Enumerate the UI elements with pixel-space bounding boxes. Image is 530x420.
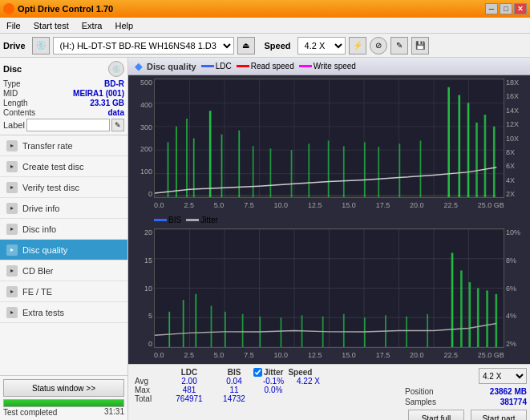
- menu-help[interactable]: Help: [111, 20, 136, 31]
- samples-value: 381774: [500, 398, 527, 406]
- start-full-button[interactable]: Start full: [408, 410, 464, 420]
- chart1-y-left: 500 400 300 200 100 0: [131, 79, 154, 198]
- svg-rect-30: [399, 143, 401, 197]
- svg-rect-23: [270, 148, 272, 197]
- disc-type-row: Type BD-R: [3, 79, 124, 88]
- dq-icon: ◆: [135, 61, 142, 72]
- svg-rect-35: [475, 123, 478, 197]
- chart2-x-labels: 0.0 2.5 5.0 7.5 10.0 12.5 15.0 17.5 20.0…: [131, 351, 527, 361]
- sidebar-item-label-fe-te: FE / TE: [22, 287, 52, 297]
- disc-label-edit-button[interactable]: ✎: [111, 119, 124, 131]
- jitter-checkbox[interactable]: [253, 368, 262, 377]
- disc-length-value: 23.31 GB: [90, 99, 124, 107]
- disc-label-row: Label ✎: [3, 119, 124, 131]
- disc-mid-value: MEIRA1 (001): [73, 89, 124, 98]
- sidebar-item-extra-tests[interactable]: ▸Extra tests: [0, 302, 127, 323]
- main-layout: Disc 💿 Type BD-R MID MEIRA1 (001) Length…: [0, 58, 530, 420]
- disc-contents-label: Contents: [3, 108, 35, 117]
- disc-quality-header: ◆ Disc quality LDC Read speed Write spee…: [128, 58, 530, 75]
- position-row: Position 23862 MB: [405, 387, 527, 396]
- avg-jitter-speed: -0.1% 4.22 X: [253, 377, 326, 386]
- drive-icon: 💿: [32, 37, 50, 55]
- menu-file[interactable]: File: [3, 20, 24, 31]
- disc-icon: 💿: [108, 61, 124, 77]
- status-window-button[interactable]: Status window >>: [3, 379, 124, 397]
- svg-rect-15: [168, 142, 169, 197]
- sidebar-item-label-extra-tests: Extra tests: [22, 308, 64, 317]
- sidebar: Disc 💿 Type BD-R MID MEIRA1 (001) Length…: [0, 58, 128, 420]
- samples-label: Samples: [405, 398, 436, 406]
- svg-rect-27: [343, 146, 345, 197]
- drive-select[interactable]: (H:) HL-DT-ST BD-RE WH16NS48 1.D3: [53, 37, 234, 55]
- menu-extra[interactable]: Extra: [79, 20, 106, 31]
- disc-quality-title: Disc quality: [147, 62, 196, 71]
- chart1-wrapper: 500 400 300 200 100 0: [131, 79, 527, 198]
- svg-rect-33: [458, 95, 460, 197]
- sidebar-item-drive-info[interactable]: ▸Drive info: [0, 198, 127, 219]
- disc-type-value: BD-R: [104, 79, 124, 88]
- fe-te-icon: ▸: [6, 286, 18, 297]
- disc-header: Disc 💿: [3, 61, 124, 77]
- svg-rect-56: [225, 312, 226, 347]
- svg-rect-37: [493, 127, 496, 197]
- menu-bar: File Start test Extra Help: [0, 18, 530, 34]
- menu-start-test[interactable]: Start test: [30, 20, 72, 31]
- erase-icon[interactable]: ⊘: [370, 37, 387, 55]
- svg-rect-67: [451, 252, 454, 347]
- legend-write-speed: Write speed: [299, 62, 356, 71]
- speed-label: Speed: [265, 41, 291, 50]
- svg-rect-71: [486, 290, 488, 347]
- disc-contents-value: data: [107, 108, 124, 117]
- chart2-wrapper: 20 15 10 5 0: [131, 228, 527, 348]
- sidebar-item-create-test-disc[interactable]: ▸Create test disc: [0, 156, 127, 177]
- sidebar-item-label-transfer-rate: Transfer rate: [22, 141, 73, 151]
- stats-table: LDC BIS Jitter Speed Avg 2.00 0.04 -0.1%…: [128, 365, 402, 420]
- speed-header: Speed: [288, 368, 312, 377]
- status-text: Test completed: [3, 408, 57, 417]
- svg-rect-53: [183, 300, 184, 347]
- disc-panel: Disc 💿 Type BD-R MID MEIRA1 (001) Length…: [0, 58, 127, 135]
- disc-info-icon: ▸: [6, 224, 18, 235]
- save-icon[interactable]: 💾: [411, 37, 429, 55]
- disc-length-row: Length 23.31 GB: [3, 99, 124, 107]
- sidebar-item-transfer-rate[interactable]: ▸Transfer rate: [0, 135, 127, 156]
- maximize-button[interactable]: □: [500, 3, 512, 14]
- chart2-legend: BIS Jitter: [131, 214, 527, 225]
- legend-ldc: LDC: [201, 62, 232, 71]
- close-button[interactable]: ✕: [514, 3, 527, 14]
- title-bar-left: Opti Drive Control 1.70: [3, 3, 113, 14]
- sidebar-item-disc-quality[interactable]: ▸Disc quality: [0, 240, 127, 260]
- chart2-svg: [155, 229, 504, 347]
- legend-bis-color: [154, 219, 167, 221]
- sidebar-item-verify-test-disc[interactable]: ▸Verify test disc: [0, 177, 127, 198]
- svg-rect-36: [484, 115, 487, 197]
- legend-read-speed: Read speed: [237, 62, 294, 71]
- speed-select[interactable]: 4.2 X: [297, 37, 346, 55]
- stats-ldc-header: LDC: [164, 368, 215, 377]
- eject-button[interactable]: ⏏: [237, 37, 255, 55]
- avg-label: Avg: [135, 377, 164, 386]
- max-jitter-pos: 0.0%: [253, 386, 326, 394]
- legend-ldc-label: LDC: [216, 62, 232, 71]
- write-icon[interactable]: ✎: [390, 37, 408, 55]
- disc-label-input[interactable]: [26, 119, 110, 131]
- sidebar-item-label-cd-bler: CD Bler: [22, 266, 54, 276]
- chart1-main: [154, 79, 504, 198]
- max-jitter: 0.0%: [253, 386, 293, 394]
- svg-rect-16: [176, 127, 177, 197]
- content-area: ◆ Disc quality LDC Read speed Write spee…: [128, 58, 530, 420]
- jitter-header: Jitter: [264, 368, 283, 377]
- sidebar-item-cd-bler[interactable]: ▸CD Bler: [0, 260, 127, 281]
- speed-dropdown[interactable]: 4.2 X: [479, 368, 527, 384]
- speed-icon[interactable]: ⚡: [349, 37, 366, 55]
- app-title: Opti Drive Control 1.70: [18, 4, 113, 14]
- sidebar-item-fe-te[interactable]: ▸FE / TE: [0, 281, 127, 302]
- minimize-button[interactable]: ─: [485, 3, 498, 14]
- svg-rect-57: [242, 314, 244, 347]
- svg-rect-25: [308, 143, 310, 197]
- avg-speed: 4.22 X: [297, 377, 320, 386]
- sidebar-item-disc-info[interactable]: ▸Disc info: [0, 219, 127, 240]
- legend-read-speed-color: [237, 65, 249, 67]
- disc-label-label: Label: [3, 120, 25, 130]
- start-part-button[interactable]: Start part: [471, 410, 527, 420]
